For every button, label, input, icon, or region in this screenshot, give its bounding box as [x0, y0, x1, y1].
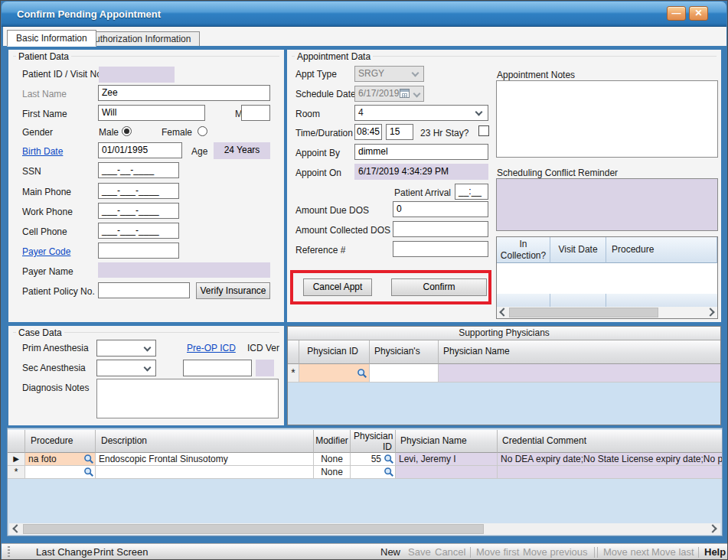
physicians-col-id[interactable]: Physician ID: [299, 340, 370, 364]
move-last-button[interactable]: Move last: [651, 546, 694, 558]
work-phone-label: Work Phone: [22, 207, 73, 217]
physicians-col-name[interactable]: Physician Name: [439, 340, 720, 364]
procedures-col-physician-id[interactable]: Physician ID: [351, 430, 396, 453]
work-phone-input[interactable]: ___-___-____: [98, 203, 179, 219]
last-name-input[interactable]: Zee: [98, 85, 270, 101]
chevron-down-icon: [144, 344, 152, 352]
save-button[interactable]: Save: [408, 546, 431, 558]
collection-grid-col-procedure[interactable]: Procedure: [606, 237, 717, 263]
modifier-cell[interactable]: None: [314, 453, 351, 466]
lookup-magnifier-icon[interactable]: [384, 467, 394, 477]
amount-collected-label: Amount Collected DOS: [295, 225, 390, 236]
schedule-date-picker[interactable]: 6/17/2019: [354, 86, 424, 102]
first-name-input[interactable]: Will: [98, 105, 205, 121]
conflict-reminder-textarea[interactable]: [496, 178, 718, 231]
physician-id-cell[interactable]: [351, 466, 396, 479]
physician-name-cell: [439, 364, 720, 383]
physicians-col-role[interactable]: Physician's Role: [370, 340, 439, 364]
physician-id-cell[interactable]: [299, 364, 370, 383]
separator: [597, 547, 598, 558]
procedure-cell[interactable]: na foto: [25, 453, 96, 466]
cancel-appt-button[interactable]: Cancel Appt: [303, 278, 372, 296]
pre-op-icd-link[interactable]: Pre-OP ICD: [187, 343, 236, 353]
collection-grid-hscrollbar[interactable]: [497, 307, 717, 318]
tab-basic-information[interactable]: Basic Information: [7, 30, 96, 47]
gender-male-label: Male: [99, 127, 119, 138]
lookup-magnifier-icon[interactable]: [83, 467, 94, 477]
tab-authorization-information[interactable]: Authorization Information: [80, 31, 200, 46]
scroll-left-icon[interactable]: [12, 524, 21, 532]
patient-id-field: [99, 67, 175, 83]
confirm-button[interactable]: Confirm: [391, 278, 487, 296]
ssn-input[interactable]: ___-__-____: [98, 162, 179, 178]
amount-collected-input[interactable]: [393, 221, 488, 237]
print-screen-button[interactable]: Print Screen: [93, 546, 149, 558]
amount-due-input[interactable]: 0: [393, 201, 488, 217]
reference-input[interactable]: [393, 241, 488, 257]
procedures-hscrollbar[interactable]: [9, 523, 720, 535]
minimize-button[interactable]: —: [667, 6, 686, 21]
pre-op-icd-input[interactable]: [183, 360, 252, 376]
new-button[interactable]: New: [380, 546, 400, 558]
mi-input[interactable]: [241, 105, 270, 121]
modifier-cell[interactable]: None: [314, 466, 351, 479]
procedures-col-modifier[interactable]: Modifier: [314, 430, 351, 453]
move-first-button[interactable]: Move first: [476, 546, 519, 558]
procedures-selector-header: [8, 430, 25, 453]
scrollbar-thumb[interactable]: [23, 524, 484, 534]
appointment-notes-textarea[interactable]: [496, 80, 718, 158]
move-next-button[interactable]: Move next: [603, 546, 649, 558]
scroll-right-icon[interactable]: [706, 308, 714, 316]
procedures-col-procedure[interactable]: Procedure: [25, 430, 96, 453]
gender-female-radio[interactable]: [198, 126, 207, 136]
procedures-col-description[interactable]: Description: [96, 430, 314, 453]
help-button[interactable]: Help: [704, 546, 726, 558]
lookup-magnifier-icon[interactable]: [357, 367, 367, 378]
title-bar: Confirm Pending Appointment — ✕: [2, 2, 726, 27]
last-change-button[interactable]: Last Change: [36, 546, 93, 558]
move-previous-button[interactable]: Move previous: [523, 546, 588, 558]
physician-role-cell[interactable]: [370, 364, 439, 383]
lookup-magnifier-icon[interactable]: [83, 454, 94, 464]
collection-grid-col-visit-date[interactable]: Visit Date: [550, 237, 606, 263]
scroll-right-icon[interactable]: [708, 524, 717, 532]
stay-checkbox[interactable]: [478, 125, 489, 136]
collection-grid-col-in-collection[interactable]: In Collection?: [497, 237, 550, 263]
description-cell[interactable]: [96, 466, 314, 479]
patient-arrival-input[interactable]: __:__: [455, 184, 488, 200]
duration-input[interactable]: 15: [386, 124, 413, 140]
separator: [470, 547, 471, 558]
procedures-col-credential[interactable]: Credential Comment: [498, 430, 722, 453]
lookup-magnifier-icon[interactable]: [384, 454, 394, 464]
gender-male-radio[interactable]: [122, 126, 132, 136]
patient-policy-input[interactable]: [98, 282, 190, 298]
patient-data-section-title: Patient Data: [16, 51, 71, 62]
physician-id-cell[interactable]: 55: [351, 453, 396, 466]
main-phone-input[interactable]: ___-___-____: [98, 183, 179, 199]
scroll-left-icon[interactable]: [499, 308, 508, 316]
scrollbar-thumb[interactable]: [509, 308, 658, 317]
sec-anesthesia-select[interactable]: [96, 360, 156, 376]
birth-date-link[interactable]: Birth Date: [22, 146, 63, 157]
birth-date-input[interactable]: 01/01/1995: [98, 142, 182, 158]
payer-code-input[interactable]: [98, 243, 179, 259]
time-input[interactable]: 08:45: [354, 124, 382, 140]
close-button[interactable]: ✕: [689, 6, 708, 21]
prim-anesthesia-select[interactable]: [96, 340, 156, 357]
patient-arrival-label: Patient Arrival: [394, 187, 451, 198]
confirm-pending-appointment-dialog: Confirm Pending Appointment — ✕ Basic In…: [0, 0, 728, 560]
procedures-col-physician-name[interactable]: Physician Name: [396, 430, 498, 453]
toolbar-grip: [8, 546, 10, 558]
diagnosis-notes-textarea[interactable]: [96, 379, 279, 418]
cancel-button[interactable]: Cancel: [435, 546, 465, 558]
procedure-cell[interactable]: [25, 466, 96, 479]
cell-phone-input[interactable]: ___-___-____: [98, 223, 179, 239]
payer-code-link[interactable]: Payer Code: [22, 246, 70, 257]
stay-label: 23 Hr Stay?: [420, 128, 468, 138]
appoint-by-input[interactable]: dimmel: [354, 144, 488, 160]
credential-comment-cell: No DEA expiry date;No State License expi…: [498, 453, 722, 466]
appt-type-select[interactable]: SRGY: [354, 66, 424, 82]
description-cell[interactable]: Endoscopic Frontal Sinusotomy: [96, 453, 314, 466]
room-select[interactable]: 4: [354, 105, 488, 121]
verify-insurance-button[interactable]: Verify Insurance: [196, 282, 270, 299]
